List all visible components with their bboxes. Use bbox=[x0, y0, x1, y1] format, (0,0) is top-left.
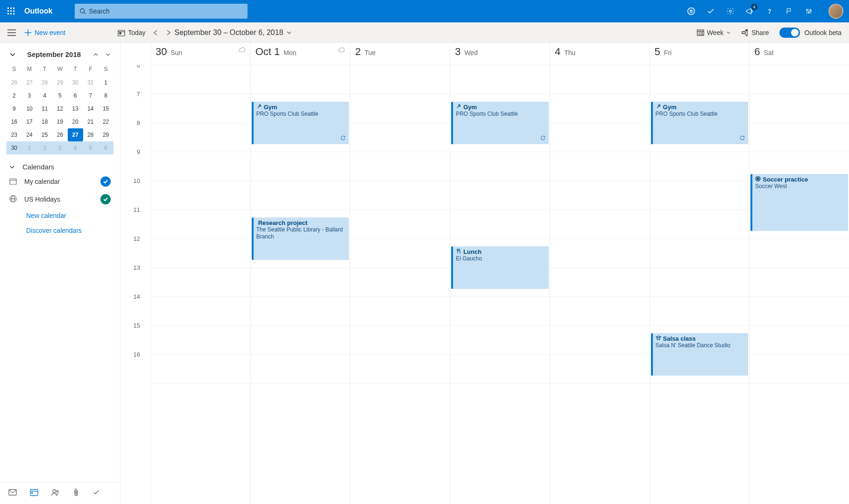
day-header[interactable]: 4Thu bbox=[550, 43, 650, 65]
day-column[interactable] bbox=[150, 65, 250, 504]
mini-day[interactable]: 20 bbox=[68, 115, 83, 128]
day-header[interactable]: 2Tue bbox=[350, 43, 450, 65]
mini-day[interactable]: 25 bbox=[37, 128, 52, 141]
megaphone-icon[interactable]: 4 bbox=[745, 7, 755, 16]
help-icon[interactable] bbox=[765, 7, 774, 16]
mini-day[interactable]: 9 bbox=[7, 102, 22, 115]
mini-day[interactable]: 16 bbox=[7, 115, 22, 128]
mini-day[interactable]: 21 bbox=[83, 115, 99, 128]
prev-week-button[interactable] bbox=[152, 29, 159, 36]
calendar-icon[interactable] bbox=[30, 489, 38, 497]
mini-day[interactable]: 29 bbox=[98, 128, 113, 141]
mini-day[interactable]: 5 bbox=[83, 141, 99, 154]
calendar-event[interactable]: LunchEl Gaucho bbox=[451, 246, 549, 289]
mini-day[interactable]: 8 bbox=[98, 89, 113, 102]
search-input[interactable] bbox=[89, 7, 243, 15]
mini-day[interactable]: 1 bbox=[22, 141, 37, 154]
mini-day[interactable]: 22 bbox=[98, 115, 113, 128]
next-month-button[interactable] bbox=[105, 52, 111, 57]
day-column[interactable]: Soccer practiceSoccer West bbox=[749, 65, 849, 504]
mini-day[interactable]: 26 bbox=[52, 128, 68, 141]
mini-day[interactable]: 19 bbox=[52, 115, 68, 128]
mini-day[interactable]: 30 bbox=[68, 76, 83, 89]
svg-rect-29 bbox=[697, 30, 704, 35]
hamburger-menu-button[interactable] bbox=[7, 29, 16, 36]
mini-day[interactable]: 2 bbox=[7, 89, 22, 102]
view-selector[interactable]: Week bbox=[697, 29, 731, 36]
calendars-section-header[interactable]: Calendars bbox=[0, 158, 120, 173]
skype-icon[interactable]: S bbox=[686, 7, 696, 16]
mini-day[interactable]: 13 bbox=[68, 102, 83, 115]
day-header[interactable]: 5Fri bbox=[650, 43, 750, 65]
mini-day[interactable]: 3 bbox=[52, 141, 68, 154]
weather-icon bbox=[238, 47, 246, 54]
calendar-event[interactable]: Salsa classSalsa N' Seattle Dance Studio bbox=[651, 333, 749, 376]
mini-day[interactable]: 6 bbox=[98, 141, 113, 154]
mini-day[interactable]: 10 bbox=[22, 102, 37, 115]
calendar-item[interactable]: My calendar bbox=[0, 173, 120, 190]
profile-avatar[interactable] bbox=[828, 4, 843, 19]
day-column[interactable] bbox=[550, 65, 650, 504]
share-button[interactable]: Share bbox=[741, 29, 769, 36]
mini-day[interactable]: 7 bbox=[83, 89, 99, 102]
search-box[interactable] bbox=[75, 4, 248, 19]
day-column[interactable]: GymPRO Sports Club SeattleResearch proje… bbox=[250, 65, 350, 504]
mini-day[interactable]: 5 bbox=[52, 89, 68, 102]
new-event-button[interactable]: New event bbox=[24, 29, 65, 36]
mini-day[interactable]: 4 bbox=[37, 89, 52, 102]
mini-day[interactable]: 29 bbox=[52, 76, 68, 89]
day-header[interactable]: Oct 1Mon bbox=[250, 43, 350, 65]
calendar-event[interactable]: Research projectThe Seattle Public Libra… bbox=[252, 217, 349, 260]
mini-day[interactable]: 28 bbox=[37, 76, 52, 89]
mini-day[interactable]: 28 bbox=[83, 128, 99, 141]
day-header[interactable]: 30Sun bbox=[150, 43, 250, 65]
mail-icon[interactable] bbox=[8, 489, 17, 497]
discover-calendars-link[interactable]: Discover calendars bbox=[0, 223, 120, 238]
people-icon[interactable] bbox=[51, 489, 60, 497]
mini-day[interactable]: 12 bbox=[52, 102, 68, 115]
flag-icon[interactable] bbox=[785, 7, 794, 16]
calendar-event[interactable]: Soccer practiceSoccer West bbox=[750, 174, 848, 231]
mini-day[interactable]: 27 bbox=[68, 128, 83, 141]
mini-day[interactable]: 14 bbox=[83, 102, 99, 115]
mini-day[interactable]: 15 bbox=[98, 102, 113, 115]
mini-day[interactable]: 23 bbox=[7, 128, 22, 141]
beta-toggle[interactable] bbox=[779, 28, 800, 38]
tasks-icon[interactable] bbox=[92, 489, 100, 497]
date-range-picker[interactable]: September 30 – October 6, 2018 bbox=[175, 28, 292, 37]
mini-day[interactable]: 30 bbox=[7, 141, 22, 154]
calendar-checked-icon[interactable] bbox=[100, 194, 111, 204]
calendar-checked-icon[interactable] bbox=[100, 176, 111, 187]
day-header[interactable]: 3Wed bbox=[450, 43, 550, 65]
mini-day[interactable]: 24 bbox=[22, 128, 37, 141]
day-column[interactable]: GymPRO Sports Club SeattleLunchEl Gaucho bbox=[450, 65, 550, 504]
calendar-event[interactable]: GymPRO Sports Club Seattle bbox=[252, 102, 349, 144]
mini-day[interactable]: 18 bbox=[37, 115, 52, 128]
calendar-collapse-icon[interactable] bbox=[9, 51, 16, 58]
calendar-item[interactable]: US Holidays bbox=[0, 190, 120, 208]
attachments-icon[interactable] bbox=[73, 488, 79, 498]
day-column[interactable]: GymPRO Sports Club SeattleSalsa classSal… bbox=[650, 65, 750, 504]
mini-day[interactable]: 3 bbox=[22, 89, 37, 102]
mini-day[interactable]: 27 bbox=[22, 76, 37, 89]
mini-day[interactable]: 4 bbox=[68, 141, 83, 154]
mini-day[interactable]: 11 bbox=[37, 102, 52, 115]
prev-month-button[interactable] bbox=[93, 52, 99, 57]
todo-icon[interactable] bbox=[706, 7, 715, 16]
mini-day[interactable]: 26 bbox=[7, 76, 22, 89]
app-launcher-icon[interactable] bbox=[4, 4, 19, 19]
diagnostics-icon[interactable] bbox=[804, 7, 814, 16]
mini-day[interactable]: 2 bbox=[37, 141, 52, 154]
day-header[interactable]: 6Sat bbox=[749, 43, 849, 65]
calendar-event[interactable]: GymPRO Sports Club Seattle bbox=[651, 102, 749, 144]
calendar-event[interactable]: GymPRO Sports Club Seattle bbox=[451, 102, 549, 144]
settings-icon[interactable] bbox=[726, 7, 735, 16]
mini-day[interactable]: 31 bbox=[83, 76, 99, 89]
today-button[interactable]: Today bbox=[118, 29, 145, 36]
next-week-button[interactable] bbox=[165, 29, 172, 36]
day-column[interactable] bbox=[350, 65, 450, 504]
mini-day[interactable]: 17 bbox=[22, 115, 37, 128]
mini-day[interactable]: 1 bbox=[98, 76, 113, 89]
new-calendar-link[interactable]: New calendar bbox=[0, 208, 120, 223]
mini-day[interactable]: 6 bbox=[68, 89, 83, 102]
